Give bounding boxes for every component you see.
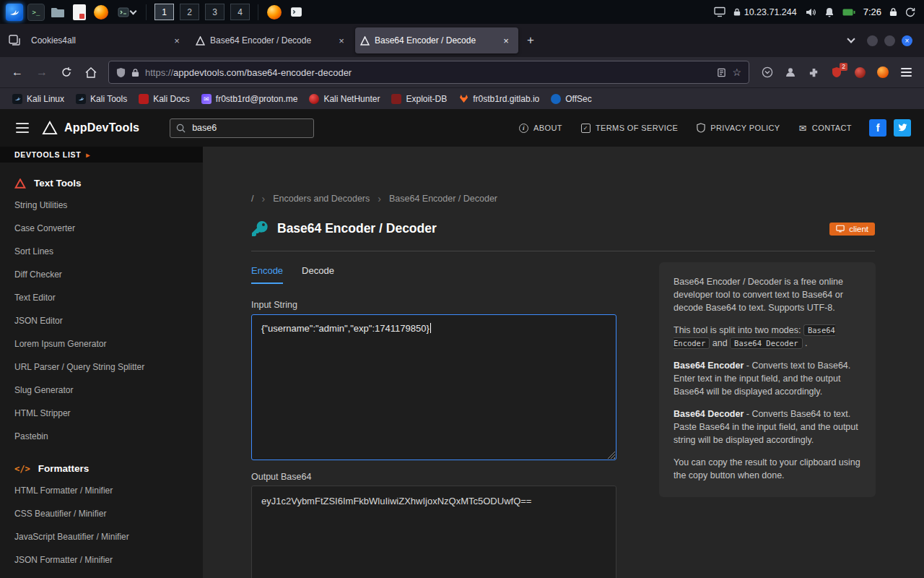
file-manager-launcher-icon[interactable]: [49, 4, 66, 21]
bookmark-gitlab[interactable]: fr0stb1rd.gitlab.io: [453, 92, 544, 106]
nav-about[interactable]: i ABOUT: [519, 124, 562, 133]
bookmark-kali-tools[interactable]: Kali Tools: [71, 92, 132, 106]
bookmark-kali-linux[interactable]: Kali Linux: [7, 92, 69, 106]
reader-mode-icon[interactable]: [717, 68, 726, 77]
workspace-1[interactable]: 1: [154, 4, 174, 20]
sidebar-item-diff-checker[interactable]: Diff Checker: [0, 263, 203, 286]
description-paragraph: Base64 Encoder / Decoder is a free onlin…: [674, 275, 861, 314]
tab-close-icon[interactable]: ×: [499, 33, 513, 48]
sidebar-item-string-utilities[interactable]: String Utilities: [0, 194, 203, 217]
list-all-tabs-button[interactable]: [841, 30, 861, 51]
new-tab-button[interactable]: +: [520, 30, 541, 51]
sidebar-item-case-converter[interactable]: Case Converter: [0, 217, 203, 240]
home-button[interactable]: [79, 61, 103, 84]
description-paragraph: Base64 Encoder - Converts text to Base64…: [674, 359, 861, 398]
battery-icon[interactable]: [842, 9, 855, 16]
address-bar[interactable]: https://appdevtools.com/base64-encoder-d…: [108, 61, 749, 84]
connection-lock-icon[interactable]: [131, 68, 139, 77]
terminal-launcher-icon[interactable]: >_: [27, 4, 45, 21]
twitter-icon[interactable]: [894, 119, 911, 137]
sidebar-item-html-formatter[interactable]: HTML Formatter / Minifier: [0, 479, 203, 502]
workspace-4[interactable]: 4: [230, 4, 250, 20]
browser-tab-cookies4all[interactable]: Cookies4all ×: [26, 27, 189, 53]
ublock-origin-icon[interactable]: 2: [827, 63, 846, 82]
nav-terms[interactable]: ✓ TERMS OF SERVICE: [581, 124, 678, 133]
monitor-icon: [836, 225, 845, 233]
close-window-button[interactable]: ×: [902, 35, 912, 46]
mode-tabs: Encode Decode: [251, 265, 334, 284]
back-button[interactable]: ←: [6, 61, 29, 84]
chevron-right-icon: ›: [261, 193, 265, 204]
taskbar-firefox-window[interactable]: [266, 4, 283, 21]
tab-decode[interactable]: Decode: [302, 265, 334, 284]
nav-contact[interactable]: ✉ CONTACT: [799, 123, 852, 134]
sidebar-item-slug-generator[interactable]: Slug Generator: [0, 379, 203, 402]
sidebar-item-url-parser[interactable]: URL Parser / Query String Splitter: [0, 355, 203, 379]
bookmark-offsec[interactable]: OffSec: [546, 92, 596, 106]
sidebar-item-js-beautifier[interactable]: JavaScript Beautifier / Minifier: [0, 525, 203, 548]
tracking-shield-icon[interactable]: [116, 67, 126, 78]
search-input[interactable]: [191, 122, 308, 134]
display-icon[interactable]: [714, 7, 725, 17]
wappalyzer-icon[interactable]: [850, 63, 869, 82]
tab-close-icon[interactable]: ×: [170, 33, 184, 48]
tab-close-icon[interactable]: ×: [334, 33, 349, 48]
firefox-launcher-icon[interactable]: [92, 4, 110, 21]
sidebar-item-sort-lines[interactable]: Sort Lines: [0, 240, 203, 263]
sidebar-item-text-editor[interactable]: Text Editor: [0, 286, 203, 309]
text-caret: [430, 323, 431, 333]
sidebar-item-html-stripper[interactable]: HTML Stripper: [0, 402, 203, 425]
kali-menu-button[interactable]: [6, 4, 23, 21]
maximize-button[interactable]: [884, 35, 895, 46]
input-label: Input String: [251, 300, 297, 310]
pocket-icon[interactable]: [758, 63, 777, 82]
sidebar-item-lorem-ipsum[interactable]: Lorem Ipsum Generator: [0, 332, 203, 355]
text-editor-launcher-icon[interactable]: [71, 4, 88, 21]
session-power-icon[interactable]: [905, 7, 915, 17]
output-textarea[interactable]: eyJ1c2VybmFtZSI6ImFkbWluIiwiZXhwIjoxNzQx…: [251, 486, 616, 578]
screen-lock-icon[interactable]: [889, 7, 897, 17]
input-textarea[interactable]: {"username":"admin","exp":1741179850}: [251, 314, 616, 460]
sidebar-item-json-formatter[interactable]: JSON Formatter / Minifier: [0, 548, 203, 571]
facebook-icon[interactable]: f: [869, 119, 886, 137]
bookmark-exploit-db[interactable]: Exploit-DB: [386, 92, 452, 106]
reload-button[interactable]: [55, 61, 78, 84]
clock[interactable]: 7:26: [863, 7, 881, 17]
nav-privacy[interactable]: PRIVACY POLICY: [697, 123, 780, 133]
breadcrumb-home[interactable]: /: [251, 194, 253, 204]
notifications-bell-icon[interactable]: [824, 7, 834, 17]
sidebar-item-pastebin[interactable]: Pastebin: [0, 425, 203, 448]
site-nav: i ABOUT ✓ TERMS OF SERVICE PRIVACY POLIC…: [519, 123, 852, 134]
workspace-3[interactable]: 3: [205, 4, 225, 20]
firefox-view-button[interactable]: [3, 29, 26, 52]
site-logo[interactable]: AppDevTools: [42, 121, 139, 135]
devtools-list-header[interactable]: DEVTOOLS LIST ▸: [0, 147, 203, 163]
taskbar-terminal-window[interactable]: [287, 4, 305, 21]
bookmark-kali-nethunter[interactable]: Kali NetHunter: [304, 92, 385, 106]
bookmark-proton-mail[interactable]: ✉ fr0stb1rd@proton.me: [196, 92, 303, 106]
foxyproxy-icon[interactable]: [873, 63, 892, 82]
minimize-button[interactable]: [867, 35, 878, 46]
extensions-puzzle-icon[interactable]: [804, 63, 823, 82]
sidebar-toggle-hamburger-icon[interactable]: [13, 120, 32, 136]
sidebar-item-css-beautifier[interactable]: CSS Beautifier / Minifier: [0, 502, 203, 525]
toolbar-extensions: 2: [755, 63, 918, 82]
sidebar-item-json-editor[interactable]: JSON Editor: [0, 309, 203, 332]
forward-button[interactable]: →: [30, 61, 53, 84]
bookmark-star-icon[interactable]: ☆: [732, 66, 741, 78]
menu-hamburger-icon[interactable]: [897, 63, 915, 82]
search-icon: [176, 124, 186, 133]
appdevtools-favicon: [360, 36, 370, 46]
ip-address: 10.23.71.244: [744, 7, 797, 17]
tab-encode[interactable]: Encode: [251, 265, 283, 284]
appdevtools-favicon: [196, 36, 205, 46]
browser-tab-base64-2-active[interactable]: Base64 Encoder / Decode ×: [355, 27, 518, 53]
browser-tab-base64-1[interactable]: Base64 Encoder / Decode ×: [191, 27, 354, 53]
breadcrumb-encoders[interactable]: Encoders and Decoders: [273, 194, 370, 204]
workspace-2[interactable]: 2: [180, 4, 199, 20]
account-icon[interactable]: [781, 63, 800, 82]
resize-handle[interactable]: [607, 451, 615, 459]
terminal-dropdown-launcher[interactable]: [114, 4, 139, 21]
volume-icon[interactable]: [805, 7, 816, 17]
bookmark-kali-docs[interactable]: Kali Docs: [134, 92, 195, 106]
